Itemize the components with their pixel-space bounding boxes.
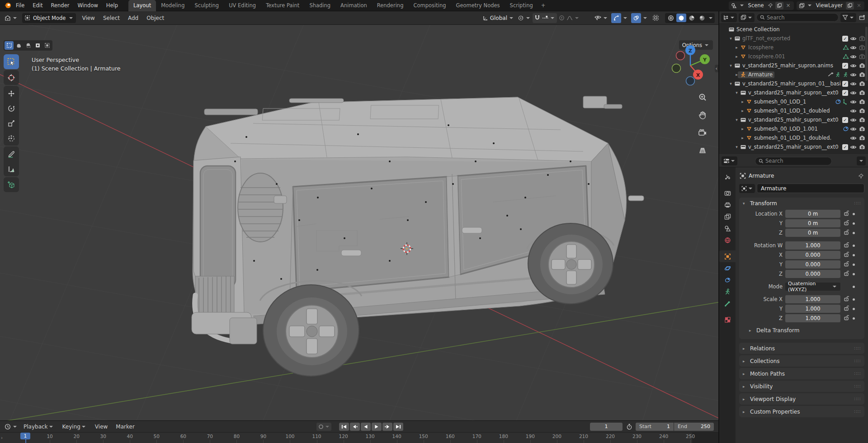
lock-icon[interactable] xyxy=(844,305,849,312)
render-camera-toggle[interactable] xyxy=(859,126,865,132)
timeline-menu-playback[interactable]: Playback xyxy=(19,424,58,430)
animate-dot[interactable] xyxy=(853,222,855,225)
tool-add-cube[interactable] xyxy=(4,177,19,192)
show-gizmos-toggle[interactable] xyxy=(611,13,621,23)
hide-eye-toggle[interactable] xyxy=(850,35,857,42)
render-camera-toggle[interactable] xyxy=(859,44,865,51)
tool-measure[interactable] xyxy=(4,161,19,176)
viewport-menu-select[interactable]: Select xyxy=(99,15,124,21)
breadcrumb-object-name[interactable]: Armature xyxy=(749,173,774,179)
object-name-field[interactable]: Armature xyxy=(757,184,864,193)
new-scene-button[interactable] xyxy=(775,2,783,9)
exclude-checkbox[interactable]: ✓ xyxy=(842,144,848,150)
properties-options-dropdown[interactable] xyxy=(857,156,866,165)
number-field-z[interactable]: 1.000 xyxy=(785,314,840,322)
animate-dot[interactable] xyxy=(853,298,855,301)
snap-target-icon[interactable] xyxy=(542,14,548,21)
workspace-tab-rendering[interactable]: Rendering xyxy=(372,0,409,11)
timeline-menu-keying[interactable]: Keying xyxy=(58,424,91,430)
animate-dot[interactable] xyxy=(853,317,855,320)
scene-dropdown-caret[interactable] xyxy=(740,5,744,6)
animate-dot[interactable] xyxy=(853,232,855,234)
properties-tab-view-layer[interactable] xyxy=(719,211,736,222)
lock-icon[interactable] xyxy=(844,229,849,236)
timeline-ruler[interactable]: 1 10203040506070809010011012013014015016… xyxy=(0,433,718,443)
hide-eye-toggle[interactable] xyxy=(850,99,857,105)
navigation-gizmo[interactable]: Z Y X xyxy=(670,44,710,87)
panel-drag-handle[interactable]: ∷∷ xyxy=(854,409,861,414)
mode-selector[interactable]: Object Mode xyxy=(22,13,76,23)
outliner-row[interactable]: ▾glTF_not_exported✓ xyxy=(719,34,868,43)
topbar-menu-help[interactable]: Help xyxy=(102,2,122,9)
outliner-item-label[interactable]: v_standard25_mahir_supron.anims xyxy=(742,62,842,69)
viewlayer-name[interactable]: ViewLayer xyxy=(814,2,844,9)
select-mode-extend[interactable] xyxy=(14,41,23,50)
transport-next-key-button[interactable] xyxy=(382,423,392,431)
render-camera-toggle[interactable] xyxy=(859,99,865,105)
panel-drag-handle[interactable]: ∷∷ xyxy=(854,384,861,389)
properties-tab-object[interactable] xyxy=(719,250,736,262)
transform-orientation[interactable]: Global xyxy=(481,13,516,23)
outliner-row[interactable]: ▾v_standard25_mahir_supron.anims✓ xyxy=(719,61,868,70)
editor-type-selector[interactable] xyxy=(3,13,19,23)
outliner-item-label[interactable]: Scene Collection xyxy=(736,26,865,33)
animate-dot[interactable] xyxy=(853,273,855,275)
visibility-dropdown[interactable] xyxy=(593,13,610,23)
shading-dropdown-caret[interactable] xyxy=(709,17,712,19)
snap-magnet-icon[interactable] xyxy=(534,14,541,21)
viewport-menu-add[interactable]: Add xyxy=(124,15,142,21)
properties-tab-output[interactable] xyxy=(719,199,736,211)
outliner-row[interactable]: ▾v_standard25_mahir_supron_01__basi✓ xyxy=(719,79,868,88)
lock-icon[interactable] xyxy=(844,210,849,217)
outliner-row[interactable]: ▾v_standard25_mahir_supron__ext0✓ xyxy=(719,142,868,151)
viewport-3d[interactable]: User Perspective (1) Scene Collection | … xyxy=(0,25,718,420)
outliner-filter-mode[interactable] xyxy=(739,13,755,22)
hide-eye-toggle[interactable] xyxy=(850,53,857,60)
new-collection-button[interactable] xyxy=(858,14,866,22)
expander-icon[interactable]: ▸ xyxy=(740,99,745,104)
animate-dot[interactable] xyxy=(853,213,855,215)
lock-icon[interactable] xyxy=(844,315,849,322)
workspace-tab-compositing[interactable]: Compositing xyxy=(408,0,451,11)
panel-custom-properties[interactable]: ▸Custom Properties∷∷ xyxy=(739,406,864,417)
outliner-item-label[interactable]: v_standard25_mahir_supron_01__basi xyxy=(742,80,842,87)
shading-material-button[interactable] xyxy=(687,14,697,22)
outliner-row[interactable]: Scene Collection xyxy=(719,25,868,34)
properties-tab-bone[interactable] xyxy=(719,297,736,309)
workspace-tab-scripting[interactable]: Scripting xyxy=(505,0,538,11)
expander-icon[interactable]: ▸ xyxy=(740,136,745,140)
outliner-row[interactable]: ▸submesh_00_LOD_1 xyxy=(719,97,868,106)
number-field-location-x[interactable]: 0 m xyxy=(785,210,840,218)
panel-visibility[interactable]: ▸Visibility∷∷ xyxy=(739,381,864,392)
hide-eye-toggle[interactable] xyxy=(850,71,857,78)
properties-editor-type[interactable] xyxy=(722,156,737,165)
transport-play-back-button[interactable] xyxy=(361,423,371,431)
tool-transform[interactable] xyxy=(4,131,19,146)
animate-dot[interactable] xyxy=(853,245,855,247)
animate-dot[interactable] xyxy=(853,308,855,310)
render-camera-toggle[interactable] xyxy=(859,80,865,87)
lock-icon[interactable] xyxy=(844,242,849,249)
scene-name[interactable]: Scene xyxy=(746,2,766,9)
hide-eye-toggle[interactable] xyxy=(850,126,857,132)
panel-drag-handle[interactable]: ∷∷ xyxy=(854,346,861,351)
animate-dot[interactable] xyxy=(853,286,855,288)
transport-jump-start-button[interactable] xyxy=(339,423,349,431)
show-overlays-toggle[interactable] xyxy=(631,13,641,23)
properties-tab-texture[interactable] xyxy=(719,314,736,325)
outliner-item-label[interactable]: glTF_not_exported xyxy=(742,35,842,42)
panel-drag-handle[interactable]: ∷∷ xyxy=(854,358,861,363)
render-camera-toggle[interactable] xyxy=(859,144,865,151)
expander-icon[interactable]: ▾ xyxy=(734,118,740,122)
tool-move[interactable] xyxy=(4,86,19,101)
viewport-menu-object[interactable]: Object xyxy=(142,15,168,21)
add-workspace-button[interactable]: + xyxy=(538,0,549,11)
hide-eye-toggle[interactable] xyxy=(850,90,857,96)
proportional-editing[interactable] xyxy=(557,13,581,23)
transport-prev-key-button[interactable] xyxy=(350,423,360,431)
outliner-scrollbar[interactable] xyxy=(865,27,868,81)
current-frame-field[interactable]: 1 xyxy=(590,423,623,431)
expander-icon[interactable]: ▸ xyxy=(734,45,740,50)
properties-tab-object-data[interactable] xyxy=(719,286,736,297)
outliner-filter-button[interactable] xyxy=(840,13,856,22)
